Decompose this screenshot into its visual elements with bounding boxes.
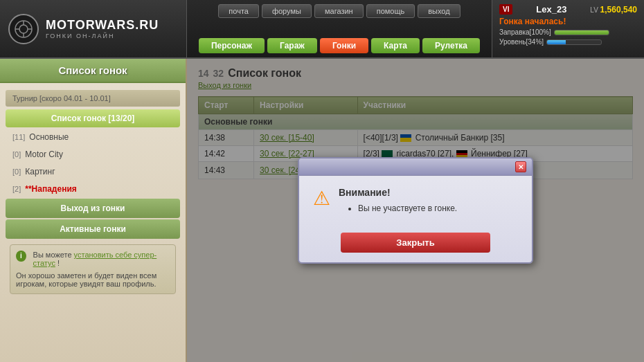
nav-link-mail[interactable]: почта — [218, 4, 259, 18]
sidebar-item-basic[interactable]: [11] Основные — [6, 129, 180, 145]
sidebar-label-3: **Нападения — [25, 184, 77, 194]
info-icon: i — [16, 251, 26, 262]
user-top: VI Lex_23 LV 1,560,540 — [499, 4, 637, 15]
modal-box: ✕ ⚠ Внимание! Вы не участвуете в гонке. … — [298, 157, 533, 264]
sidebar-tournament[interactable]: Турнир [скоро 04.01 - 10.01] — [6, 90, 180, 107]
user-xp: 1,560,540 — [600, 5, 637, 15]
warning-icon: ⚠ — [313, 187, 330, 210]
modal-title: Внимание! — [339, 187, 518, 198]
sidebar-header: Список гонок — [0, 59, 186, 83]
nav-btn-garage[interactable]: Гараж — [267, 38, 317, 53]
modal-close-button[interactable]: Закрыть — [341, 233, 490, 253]
level-label: Уровень[34%] — [499, 38, 544, 46]
nav-btn-roulette[interactable]: Рулетка — [422, 38, 480, 53]
level-row: Уровень[34%] — [499, 38, 637, 46]
fuel-progress — [554, 30, 609, 35]
modal-titlebar: ✕ — [299, 159, 532, 176]
sidebar: Список гонок Турнир [скоро 04.01 - 10.01… — [0, 59, 187, 362]
level-progress — [546, 39, 602, 45]
user-panel: VI Lex_23 LV 1,560,540 Гонка началась! З… — [492, 0, 644, 57]
nav-btn-races[interactable]: Гонки — [320, 38, 368, 53]
fuel-row: Заправка[100%] — [499, 28, 637, 36]
nav-btn-character[interactable]: Персонаж — [199, 38, 265, 53]
sidebar-count-1: [0] — [12, 150, 21, 159]
nav-link-help[interactable]: помощь — [366, 4, 415, 18]
modal-close-x-button[interactable]: ✕ — [515, 161, 526, 172]
nav-bottom-row: Персонаж Гараж Гонки Карта Рулетка — [194, 38, 485, 53]
sidebar-label-2: Картинг — [25, 167, 55, 177]
sidebar-item-karting[interactable]: [0] Картинг — [6, 163, 180, 180]
sidebar-count-2: [0] — [12, 168, 21, 176]
race-status: Гонка началась! — [499, 17, 637, 26]
logo-area: MOTORWARS.RU ГОНКИ ОН-ЛАЙН — [0, 0, 187, 57]
sidebar-item-attacks[interactable]: [2] **Нападения — [6, 181, 180, 197]
info-text-1: Вы можете установить себе супер-статус ! — [33, 251, 170, 267]
modal-message-item: Вы не участвуете в гонке. — [358, 203, 518, 213]
modal-overlay: ✕ ⚠ Внимание! Вы не участвуете в гонке. … — [187, 59, 644, 362]
sidebar-label-0: Основные — [29, 132, 69, 142]
top-nav: MOTORWARS.RU ГОНКИ ОН-ЛАЙН почта форумы … — [0, 0, 644, 59]
nav-top-row: почта форумы магазин помощь выход — [194, 4, 485, 18]
logo-icon — [8, 14, 39, 44]
nav-link-shop[interactable]: магазин — [314, 4, 364, 18]
sidebar-active-races[interactable]: Активные гонки — [6, 219, 180, 239]
sidebar-content: Турнир [скоро 04.01 - 10.01] Список гоно… — [0, 83, 186, 304]
modal-message: Вы не участвуете в гонке. — [347, 203, 518, 213]
user-badge: VI — [499, 4, 512, 15]
content-area: 14 32 Список гонок Выход из гонки Старт … — [187, 59, 644, 362]
sidebar-count-0: [11] — [12, 133, 25, 141]
nav-link-exit[interactable]: выход — [418, 4, 460, 18]
sidebar-races-list[interactable]: Список гонок [13/20] — [6, 109, 180, 127]
logo-subtitle: ГОНКИ ОН-ЛАЙН — [46, 33, 159, 39]
sidebar-item-motorcity[interactable]: [0] Motor City — [6, 146, 180, 163]
user-name: Lex_23 — [536, 4, 566, 15]
sidebar-info-box: i Вы можете установить себе супер-статус… — [10, 244, 176, 294]
modal-content: Внимание! Вы не участвуете в гонке. — [339, 187, 518, 216]
sidebar-exit-race[interactable]: Выход из гонки — [6, 199, 180, 218]
modal-body: ⚠ Внимание! Вы не участвуете в гонке. — [299, 176, 532, 227]
user-lv: LV 1,560,540 — [590, 5, 637, 15]
nav-btn-map[interactable]: Карта — [371, 38, 420, 53]
info-text-3: Он хорошо заметен и будет виден всем игр… — [16, 271, 170, 288]
fuel-label: Заправка[100%] — [499, 28, 551, 36]
sidebar-count-3: [2] — [12, 185, 21, 193]
svg-point-1 — [19, 25, 28, 33]
sidebar-label-1: Motor City — [25, 150, 63, 159]
fuel-fill — [555, 30, 609, 35]
nav-link-forums[interactable]: форумы — [262, 4, 312, 18]
nav-links-area: почта форумы магазин помощь выход Персон… — [187, 0, 492, 57]
modal-footer: Закрыть — [299, 227, 532, 262]
main-layout: Список гонок Турнир [скоро 04.01 - 10.01… — [0, 59, 644, 362]
level-fill — [547, 40, 566, 44]
logo-title: MOTORWARS.RU — [46, 18, 159, 33]
logo-text-block: MOTORWARS.RU ГОНКИ ОН-ЛАЙН — [46, 18, 159, 39]
